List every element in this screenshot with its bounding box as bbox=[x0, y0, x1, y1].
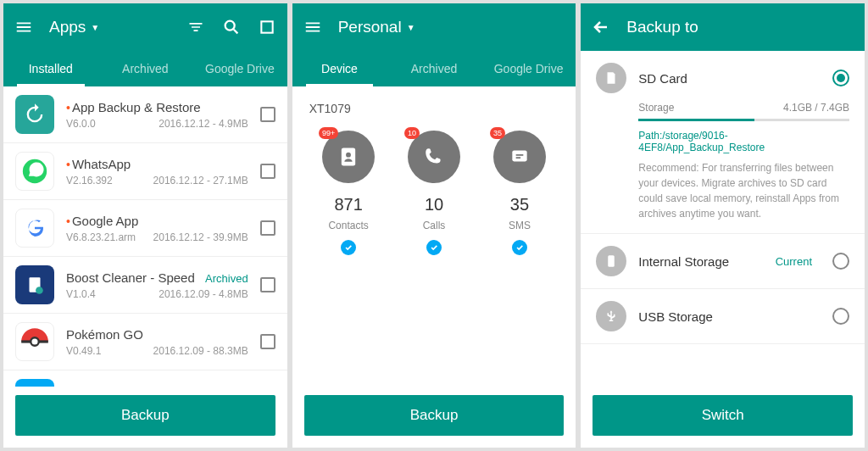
badge: 10 bbox=[404, 127, 420, 139]
title-apps[interactable]: Apps▼ bbox=[49, 18, 170, 36]
app-checkbox[interactable] bbox=[260, 164, 275, 179]
app-checkbox[interactable] bbox=[260, 334, 275, 349]
storage-label: Storage bbox=[638, 102, 674, 114]
list-item[interactable]: •App Backup & Restore V6.0.02016.12.12 -… bbox=[3, 86, 287, 143]
caret-down-icon: ▼ bbox=[407, 23, 415, 32]
tab-installed[interactable]: Installed bbox=[3, 51, 98, 86]
storage-path: Path:/storage/9016-4EF8/App_Backup_Resto… bbox=[638, 130, 849, 153]
screen-personal: Personal▼ Device Archived Google Drive X… bbox=[292, 3, 576, 448]
app-name: Pokémon GO bbox=[66, 327, 143, 342]
count: 10 bbox=[425, 195, 443, 214]
tab-google-drive[interactable]: Google Drive bbox=[481, 51, 576, 86]
svg-rect-1 bbox=[261, 21, 272, 32]
app-icon-backup bbox=[15, 95, 54, 134]
select-all-icon[interactable] bbox=[257, 17, 277, 37]
data-circles: 99+ 871 Contacts 10 10 Calls 35 bbox=[292, 122, 576, 255]
backup-button[interactable]: Backup bbox=[304, 395, 565, 436]
count: 871 bbox=[334, 195, 362, 214]
app-list: •App Backup & Restore V6.0.02016.12.12 -… bbox=[3, 86, 287, 387]
current-tag: Current bbox=[776, 255, 812, 268]
check-icon[interactable] bbox=[341, 240, 356, 255]
menu-icon[interactable] bbox=[303, 17, 323, 37]
storage-value: 4.1GB / 7.4GB bbox=[783, 102, 849, 114]
app-name: App Backup & Restore bbox=[72, 100, 201, 114]
app-checkbox[interactable] bbox=[260, 277, 275, 292]
app-icon-google bbox=[15, 209, 54, 248]
backup-button[interactable]: Backup bbox=[15, 395, 275, 436]
app-icon-whatsapp bbox=[15, 152, 54, 191]
calls-button[interactable]: 10 bbox=[408, 131, 460, 183]
storage-recommend: Recommend: For transferring files betwee… bbox=[638, 160, 849, 221]
usb-icon bbox=[596, 301, 626, 331]
app-info: •WhatsApp V2.16.3922016.12.12 - 27.1MB bbox=[66, 157, 248, 187]
app-info: •Google App V6.8.23.21.arm2016.12.12 - 3… bbox=[66, 214, 248, 243]
title-personal[interactable]: Personal▼ bbox=[338, 18, 566, 36]
tab-google-drive[interactable]: Google Drive bbox=[192, 51, 287, 86]
storage-progress bbox=[638, 119, 849, 121]
storage-title: Internal Storage bbox=[638, 254, 763, 269]
app-name: Boost Cleaner - Speed bbox=[66, 270, 195, 285]
badge: 35 bbox=[490, 127, 505, 139]
title-backup-to: Backup to bbox=[626, 18, 854, 36]
list-item[interactable]: 한 Google Korean Input bbox=[3, 370, 287, 387]
storage-usb[interactable]: USB Storage bbox=[581, 289, 865, 344]
archived-tag: Archived bbox=[205, 272, 248, 285]
tabs-apps: Installed Archived Google Drive bbox=[3, 51, 287, 86]
app-info: Pokémon GO V0.49.12016.12.09 - 88.3MB bbox=[66, 327, 248, 357]
sdcard-icon bbox=[596, 63, 626, 93]
list-item[interactable]: Boost Cleaner - SpeedArchived V1.0.42016… bbox=[3, 257, 287, 314]
tab-archived[interactable]: Archived bbox=[98, 51, 193, 86]
screen-backup-to: Backup to SD Card Storage 4.1GB / 7.4GB … bbox=[581, 3, 865, 448]
app-icon-korean: 한 bbox=[15, 379, 54, 387]
app-icon-boost bbox=[15, 265, 54, 304]
app-name: Google App bbox=[72, 214, 138, 228]
list-item[interactable]: Pokémon GO V0.49.12016.12.09 - 88.3MB bbox=[3, 314, 287, 370]
caret-down-icon: ▼ bbox=[91, 23, 99, 32]
list-item[interactable]: •Google App V6.8.23.21.arm2016.12.12 - 3… bbox=[3, 200, 287, 257]
storage-title: USB Storage bbox=[638, 309, 821, 324]
search-icon[interactable] bbox=[221, 17, 242, 37]
circle-calls: 10 10 Calls bbox=[408, 131, 460, 255]
count: 35 bbox=[510, 195, 529, 214]
storage-title: SD Card bbox=[638, 71, 821, 86]
app-checkbox[interactable] bbox=[260, 107, 275, 122]
circle-sms: 35 35 SMS bbox=[493, 131, 546, 255]
badge: 99+ bbox=[319, 127, 338, 139]
update-dot: • bbox=[66, 102, 70, 114]
contacts-button[interactable]: 99+ bbox=[322, 131, 375, 183]
menu-icon[interactable] bbox=[14, 17, 34, 37]
radio-sdcard[interactable] bbox=[832, 70, 849, 86]
tabs-personal: Device Archived Google Drive bbox=[292, 51, 576, 86]
app-icon-pokemon bbox=[15, 322, 54, 361]
sort-icon[interactable] bbox=[186, 17, 206, 37]
app-checkbox[interactable] bbox=[260, 220, 275, 236]
check-icon[interactable] bbox=[512, 240, 527, 255]
tab-device[interactable]: Device bbox=[292, 51, 387, 86]
check-icon[interactable] bbox=[426, 240, 442, 255]
svg-rect-12 bbox=[609, 255, 615, 267]
svg-rect-11 bbox=[512, 150, 526, 161]
update-dot: • bbox=[66, 159, 70, 170]
update-dot: • bbox=[66, 215, 70, 227]
label: SMS bbox=[509, 220, 531, 231]
tab-archived[interactable]: Archived bbox=[387, 51, 481, 86]
phone-icon bbox=[596, 246, 626, 276]
switch-button[interactable]: Switch bbox=[593, 395, 853, 436]
sms-button[interactable]: 35 bbox=[493, 131, 546, 183]
topbar-personal: Personal▼ bbox=[292, 3, 576, 51]
storage-internal[interactable]: Internal Storage Current bbox=[581, 234, 865, 289]
svg-point-0 bbox=[225, 21, 234, 31]
app-info: Boost Cleaner - SpeedArchived V1.0.42016… bbox=[66, 270, 248, 300]
circle-contacts: 99+ 871 Contacts bbox=[322, 131, 375, 255]
topbar-apps: Apps▼ bbox=[3, 3, 287, 51]
radio-internal[interactable] bbox=[832, 253, 849, 270]
list-item[interactable]: •WhatsApp V2.16.3922016.12.12 - 27.1MB bbox=[3, 143, 287, 200]
personal-content: XT1079 99+ 871 Contacts 10 10 Calls bbox=[292, 86, 576, 387]
app-info: •App Backup & Restore V6.0.02016.12.12 -… bbox=[66, 100, 248, 130]
storage-list: SD Card Storage 4.1GB / 7.4GB Path:/stor… bbox=[581, 51, 865, 387]
storage-sdcard[interactable]: SD Card Storage 4.1GB / 7.4GB Path:/stor… bbox=[581, 51, 865, 234]
back-icon[interactable] bbox=[591, 17, 611, 37]
topbar-backup: Backup to bbox=[581, 3, 865, 51]
radio-usb[interactable] bbox=[832, 308, 849, 325]
app-name: WhatsApp bbox=[72, 157, 131, 171]
